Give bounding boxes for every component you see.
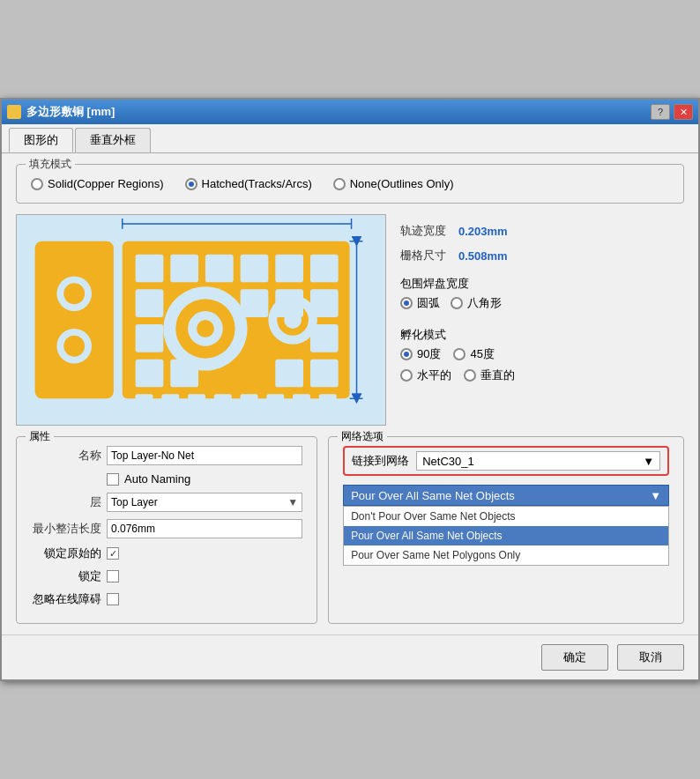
svg-rect-1 (35, 241, 114, 399)
fill-mode-title: 填充模式 (26, 157, 75, 172)
track-width-value: 0.203mm (458, 225, 508, 238)
net-link-row: 链接到网络 NetC30_1 ▼ (343, 446, 669, 476)
svg-rect-32 (188, 394, 205, 410)
fill-modes-row: Solid(Copper Regions) Hatched(Tracks/Arc… (31, 174, 669, 194)
track-width-row: 轨迹宽度 0.203mm (400, 223, 684, 239)
ignore-drc-checkbox[interactable] (107, 593, 119, 605)
radio-none-circle (333, 178, 346, 190)
pour-option-2[interactable]: Pour Over All Same Net Objects (344, 526, 668, 545)
svg-rect-25 (136, 360, 164, 388)
tab-bar: 图形的 垂直外框 (2, 124, 698, 153)
pour-option-3[interactable]: Pour Over Same Net Polygons Only (344, 545, 668, 565)
radio-arc[interactable]: 圆弧 (400, 295, 440, 311)
ok-button[interactable]: 确定 (541, 644, 608, 671)
main-window: 多边形敷铜 [mm] ? ✕ 图形的 垂直外框 填充模式 Solid(Coppe… (0, 98, 700, 681)
radio-hatched-circle (185, 178, 197, 190)
props-title: 属性 (26, 429, 54, 444)
svg-rect-34 (241, 394, 258, 410)
surround-pad-section: 包围焊盘宽度 圆弧 八角形 (400, 276, 684, 311)
tab-graphic[interactable]: 图形的 (9, 128, 73, 152)
help-button[interactable]: ? (651, 104, 670, 120)
svg-rect-10 (241, 255, 269, 283)
radio-90[interactable]: 90度 (400, 346, 441, 362)
svg-rect-21 (241, 289, 269, 317)
track-width-label: 轨迹宽度 (400, 223, 453, 239)
net-link-label: 链接到网络 (352, 453, 409, 469)
pour-dropdown-arrow-icon: ▼ (650, 489, 661, 502)
ignore-drc-label: 忽略在线障碍 (31, 591, 101, 607)
radio-arc-label: 圆弧 (417, 295, 440, 311)
radio-none-label: None(Outlines Only) (350, 177, 454, 190)
hatch-row2: 水平的 垂直的 (400, 367, 684, 383)
footer: 确定 取消 (2, 634, 698, 679)
radio-solid-circle (31, 178, 43, 190)
tab-vertical[interactable]: 垂直外框 (75, 128, 151, 152)
net-link-value: NetC30_1 (422, 455, 474, 468)
svg-rect-33 (214, 394, 232, 410)
radio-horizontal[interactable]: 水平的 (400, 367, 451, 383)
net-link-arrow: ▼ (643, 455, 654, 468)
radio-vertical-circle (464, 369, 476, 382)
window-title: 多边形敷铜 [mm] (26, 104, 115, 120)
svg-rect-24 (136, 324, 164, 352)
pour-dropdown-header[interactable]: Pour Over All Same Net Objects ▼ (343, 485, 669, 506)
lock-origin-label: 锁定原始的 (31, 545, 101, 561)
pour-dropdown-list: Don't Pour Over Same Net Objects Pour Ov… (343, 506, 669, 566)
layer-select[interactable]: Top Layer ▼ (107, 493, 302, 512)
radio-hatched[interactable]: Hatched(Tracks/Arcs) (185, 177, 312, 190)
surround-pad-label: 包围焊盘宽度 (400, 276, 684, 292)
lock-origin-checkbox[interactable] (107, 547, 119, 560)
svg-rect-30 (136, 394, 153, 410)
fill-mode-section: 填充模式 Solid(Copper Regions) Hatched(Track… (16, 164, 684, 204)
pour-header-label: Pour Over All Same Net Objects (351, 489, 515, 502)
auto-naming-checkbox[interactable] (107, 473, 119, 486)
lock-checkbox[interactable] (107, 570, 119, 582)
app-icon (7, 105, 21, 119)
net-title: 网络选项 (338, 429, 387, 444)
layer-select-value: Top Layer (111, 496, 158, 508)
svg-rect-35 (266, 394, 284, 410)
radio-vertical-label: 垂直的 (480, 367, 515, 383)
lock-row: 锁定 (31, 568, 302, 584)
hatch-row1: 90度 45度 (400, 346, 684, 362)
ignore-drc-row: 忽略在线障碍 (31, 591, 302, 607)
layer-select-arrow: ▼ (287, 496, 298, 508)
radio-octagon-label: 八角形 (467, 295, 502, 311)
name-row: 名称 (31, 446, 302, 465)
min-clean-input[interactable] (107, 519, 302, 538)
svg-rect-28 (275, 360, 303, 388)
title-bar: 多边形敷铜 [mm] ? ✕ (2, 100, 698, 124)
radio-45-circle (453, 348, 465, 360)
svg-rect-13 (136, 289, 164, 317)
svg-rect-8 (170, 255, 198, 283)
svg-rect-26 (170, 360, 198, 388)
title-bar-buttons: ? ✕ (651, 104, 693, 120)
radio-arc-circle (400, 297, 413, 309)
network-box: 网络选项 链接到网络 NetC30_1 ▼ Pour Over All Same… (328, 436, 684, 624)
radio-none[interactable]: None(Outlines Only) (333, 177, 454, 190)
name-label: 名称 (31, 448, 101, 464)
lock-label: 锁定 (31, 568, 101, 584)
svg-rect-27 (310, 324, 339, 352)
properties-box: 属性 名称 Auto Naming 层 Top Layer ▼ (16, 436, 317, 624)
copper-preview (16, 214, 386, 426)
pour-option-1[interactable]: Don't Pour Over Same Net Objects (344, 507, 668, 526)
name-input[interactable] (107, 446, 302, 465)
svg-rect-36 (293, 394, 310, 410)
min-clean-label: 最小整洁长度 (31, 521, 101, 537)
radio-horizontal-label: 水平的 (417, 367, 451, 383)
svg-rect-23 (310, 289, 339, 317)
radio-solid[interactable]: Solid(Copper Regions) (31, 177, 164, 190)
radio-octagon[interactable]: 八角形 (451, 295, 502, 311)
svg-rect-11 (275, 255, 303, 283)
net-link-dropdown[interactable]: NetC30_1 ▼ (416, 451, 660, 471)
layer-label: 层 (31, 494, 101, 510)
svg-rect-29 (310, 360, 339, 388)
cancel-button[interactable]: 取消 (617, 644, 684, 671)
close-button[interactable]: ✕ (674, 104, 693, 120)
radio-45[interactable]: 45度 (453, 346, 494, 362)
radio-solid-label: Solid(Copper Regions) (48, 177, 164, 190)
radio-90-circle (400, 348, 413, 360)
hatch-mode-section: 孵化模式 90度 45度 水平 (400, 327, 684, 383)
radio-vertical[interactable]: 垂直的 (464, 367, 515, 383)
